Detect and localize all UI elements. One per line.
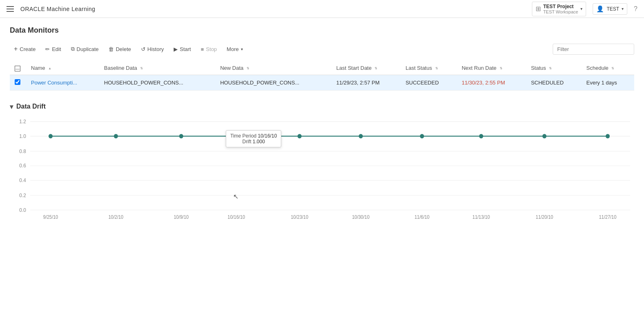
- duplicate-label: Duplicate: [77, 46, 99, 52]
- svg-text:10/16/10: 10/16/10: [227, 214, 245, 219]
- svg-text:0.4: 0.4: [19, 177, 26, 183]
- data-monitors-table: — Name ▲ Baseline Data ⇅ New Data ⇅ Last…: [10, 62, 634, 91]
- svg-text:10/9/10: 10/9/10: [174, 214, 189, 219]
- svg-text:0.2: 0.2: [19, 192, 26, 198]
- main-content: Data Monitors + Create ✏ Edit ⧉ Duplicat…: [0, 18, 644, 231]
- col-last-status[interactable]: Last Status ⇅: [401, 62, 457, 75]
- svg-point-14: [49, 134, 53, 138]
- start-button[interactable]: ▶ Start: [170, 44, 195, 55]
- svg-text:0.8: 0.8: [19, 148, 26, 154]
- menu-icon[interactable]: [7, 6, 14, 12]
- filter-input[interactable]: [553, 44, 634, 55]
- col-next-run-date[interactable]: Next Run Date ⇅: [457, 62, 526, 75]
- svg-point-18: [298, 134, 302, 138]
- svg-point-15: [114, 134, 118, 138]
- row-next-run: 11/30/23, 2:55 PM: [457, 75, 526, 90]
- col-status[interactable]: Status ⇅: [526, 62, 582, 75]
- row-last-start: 11/29/23, 2:57 PM: [331, 75, 401, 90]
- create-label: Create: [20, 46, 35, 52]
- stop-button[interactable]: ■ Stop: [196, 44, 221, 55]
- svg-text:1.2: 1.2: [19, 118, 26, 124]
- app-header: ORACLEMachine Learning ⊞ TEST Project TE…: [0, 0, 644, 18]
- project-name: TEST Project: [543, 4, 574, 9]
- col-schedule[interactable]: Schedule ⇅: [582, 62, 634, 75]
- start-icon: ▶: [174, 46, 178, 52]
- svg-text:9/25/10: 9/25/10: [43, 214, 58, 219]
- col-name[interactable]: Name ▲: [26, 62, 99, 75]
- table-header-row: — Name ▲ Baseline Data ⇅ New Data ⇅ Last…: [10, 62, 634, 75]
- stop-icon: ■: [201, 46, 204, 52]
- svg-point-22: [543, 134, 547, 138]
- svg-text:11/13/10: 11/13/10: [472, 214, 490, 219]
- col-baseline-data[interactable]: Baseline Data ⇅: [99, 62, 215, 75]
- history-button[interactable]: ↺ History: [137, 44, 168, 55]
- more-label: More: [227, 46, 239, 52]
- row-status: SCHEDULED: [526, 75, 582, 90]
- user-icon: 👤: [596, 5, 604, 13]
- row-checkbox[interactable]: [15, 79, 20, 85]
- user-dropdown-icon[interactable]: ▾: [622, 7, 624, 11]
- svg-text:11/6/10: 11/6/10: [415, 214, 430, 219]
- svg-text:10/23/10: 10/23/10: [291, 214, 308, 219]
- collapse-icon[interactable]: ▾: [10, 103, 13, 111]
- history-icon: ↺: [141, 46, 146, 52]
- row-name-link[interactable]: Power Consumpti...: [31, 80, 77, 86]
- create-icon: +: [14, 45, 18, 53]
- svg-text:10/2/10: 10/2/10: [108, 214, 124, 219]
- duplicate-icon: ⧉: [71, 46, 75, 52]
- svg-point-21: [479, 134, 483, 138]
- create-button[interactable]: + Create: [10, 43, 40, 55]
- app-logo: ORACLEMachine Learning: [19, 6, 95, 12]
- header-right: ⊞ TEST Project TEST Workspace ▾ 👤 TEST ▾…: [532, 2, 637, 16]
- col-new-data[interactable]: New Data ⇅: [215, 62, 331, 75]
- edit-button[interactable]: ✏ Edit: [41, 44, 65, 55]
- svg-text:1.0: 1.0: [19, 133, 26, 139]
- header-left: ORACLEMachine Learning: [7, 6, 95, 12]
- row-name[interactable]: Power Consumpti...: [26, 75, 99, 90]
- more-dropdown-icon: ▾: [241, 47, 243, 51]
- svg-point-23: [606, 134, 610, 138]
- oracle-brand: ORACLEMachine Learning: [19, 6, 95, 12]
- svg-point-24: [234, 134, 238, 138]
- data-drift-title: Data Drift: [16, 103, 46, 110]
- svg-text:0.6: 0.6: [19, 163, 26, 169]
- history-label: History: [148, 46, 164, 52]
- project-icon: ⊞: [536, 5, 541, 13]
- svg-text:0.0: 0.0: [19, 207, 26, 213]
- svg-point-20: [420, 134, 424, 138]
- row-new-data: HOUSEHOLD_POWER_CONS...: [215, 75, 331, 90]
- edit-icon: ✏: [45, 46, 50, 52]
- project-selector[interactable]: ⊞ TEST Project TEST Workspace ▾: [532, 2, 587, 16]
- page-title: Data Monitors: [10, 26, 634, 35]
- drift-chart: 1.2 1.0 0.8 0.6 0.4 0.2 0.0: [10, 117, 634, 223]
- project-info: TEST Project TEST Workspace: [543, 4, 578, 14]
- user-label: TEST: [607, 6, 619, 12]
- help-icon[interactable]: ?: [634, 5, 637, 13]
- duplicate-button[interactable]: ⧉ Duplicate: [67, 43, 103, 55]
- user-selector[interactable]: 👤 TEST ▾: [593, 3, 627, 15]
- select-all-header[interactable]: —: [10, 62, 26, 75]
- row-checkbox-cell[interactable]: [10, 75, 26, 90]
- more-button[interactable]: More ▾: [223, 44, 247, 55]
- svg-text:11/27/10: 11/27/10: [599, 214, 616, 219]
- row-baseline: HOUSEHOLD_POWER_CONS...: [99, 75, 215, 90]
- row-last-status: SUCCEEDED: [401, 75, 457, 90]
- start-label: Start: [180, 46, 191, 52]
- svg-text:11/20/10: 11/20/10: [536, 214, 553, 219]
- col-last-start-date[interactable]: Last Start Date ⇅: [331, 62, 401, 75]
- table-row: Power Consumpti... HOUSEHOLD_POWER_CONS.…: [10, 75, 634, 90]
- delete-label: Delete: [116, 46, 131, 52]
- workspace-name: TEST Workspace: [543, 9, 578, 14]
- edit-label: Edit: [52, 46, 61, 52]
- stop-label: Stop: [206, 46, 217, 52]
- project-dropdown-icon[interactable]: ▾: [580, 7, 582, 11]
- chart-container: 1.2 1.0 0.8 0.6 0.4 0.2 0.0: [10, 117, 634, 223]
- svg-point-16: [179, 134, 183, 138]
- row-schedule: Every 1 days: [582, 75, 634, 90]
- data-drift-section-header: ▾ Data Drift: [10, 103, 634, 111]
- delete-icon: 🗑: [108, 46, 114, 52]
- svg-text:10/30/10: 10/30/10: [352, 214, 370, 219]
- svg-point-19: [359, 134, 363, 138]
- delete-button[interactable]: 🗑 Delete: [104, 44, 135, 55]
- toolbar: + Create ✏ Edit ⧉ Duplicate 🗑 Delete ↺ H…: [10, 43, 634, 55]
